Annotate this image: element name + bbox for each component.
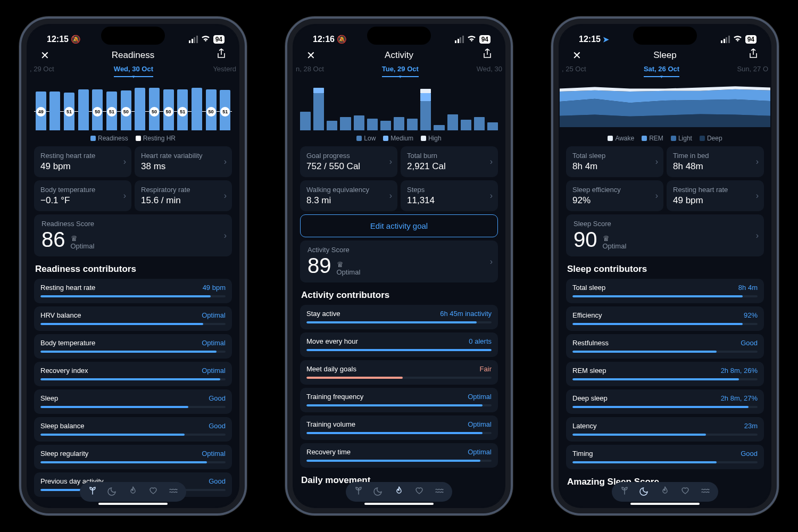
date-selector[interactable]: , 25 Oct Sat, 26 Oct Sun, 27 O <box>560 64 770 80</box>
cellular-icon <box>721 36 730 43</box>
date-prev[interactable]: n, 28 Oct <box>294 65 326 77</box>
close-button[interactable]: ✕ <box>570 49 583 62</box>
contributor-row[interactable]: Sleep Good <box>34 389 232 414</box>
heart-icon[interactable] <box>414 485 425 498</box>
date-selector[interactable]: n, 28 Oct Tue, 29 Oct Wed, 30 <box>294 64 504 80</box>
metric-tile[interactable]: Goal progress 752 / 550 Cal › <box>300 146 397 177</box>
date-selector[interactable]: , 29 Oct Wed, 30 Oct Yesterd <box>28 64 238 80</box>
heart-icon[interactable] <box>680 485 691 498</box>
bottom-tab-bar[interactable] <box>346 482 452 502</box>
contributor-row[interactable]: Sleep regularity Optimal <box>34 445 232 469</box>
contributor-row[interactable]: HRV balance Optimal <box>34 306 232 331</box>
hour-bar <box>434 125 444 130</box>
score-card[interactable]: Activity Score 89 ♕ Optimal › <box>300 240 498 282</box>
share-button[interactable] <box>747 48 760 62</box>
metric-value: 38 ms <box>141 161 226 172</box>
date-next[interactable]: Yesterd <box>211 65 238 77</box>
date-prev[interactable]: , 29 Oct <box>28 65 56 77</box>
location-icon: ➤ <box>603 35 609 44</box>
home-indicator[interactable] <box>364 503 434 505</box>
contributor-value: Optimal <box>202 367 226 375</box>
progress-bar <box>40 378 226 380</box>
contributor-row[interactable]: Latency 23m <box>566 417 764 442</box>
sprout-icon[interactable] <box>619 485 630 498</box>
metric-tile[interactable]: Resting heart rate 49 bpm › <box>34 146 131 177</box>
legend-item: Medium <box>383 135 413 142</box>
contributor-row[interactable]: Training volume Optimal <box>300 415 498 440</box>
contributor-row[interactable]: Recovery time Optimal <box>300 443 498 468</box>
metric-tile[interactable]: Resting heart rate 49 bpm › <box>667 180 764 211</box>
contributor-row[interactable]: Efficiency 92% <box>566 306 764 331</box>
score-card[interactable]: Sleep Score 90 ♕ Optimal › <box>566 214 764 256</box>
resting-hr-dot: 51 <box>220 107 230 117</box>
progress-bar <box>306 349 492 351</box>
contributor-row[interactable]: Meet daily goals Fair <box>300 360 498 385</box>
readiness-chart: 49515051505050515051 <box>28 84 238 130</box>
sprout-icon[interactable] <box>87 485 98 498</box>
moon-icon[interactable] <box>107 485 118 498</box>
wifi-icon <box>201 35 210 44</box>
moon-icon[interactable] <box>639 485 650 498</box>
content-scroll[interactable]: 49515051505050515051 ReadinessResting HR… <box>28 80 238 507</box>
score-card[interactable]: Readiness Score 86 ♕ Optimal › <box>34 214 232 256</box>
chevron-right-icon: › <box>224 157 227 167</box>
page-title: Activity <box>385 50 413 61</box>
close-button[interactable]: ✕ <box>304 49 317 62</box>
contributor-name: Body temperature <box>40 339 95 347</box>
contributor-row[interactable]: Move every hour 0 alerts <box>300 332 498 357</box>
date-prev[interactable]: , 25 Oct <box>560 65 588 77</box>
bottom-tab-bar[interactable] <box>80 482 186 502</box>
waves-icon[interactable] <box>434 485 445 498</box>
contributor-row[interactable]: Body temperature Optimal <box>34 334 232 359</box>
bottom-tab-bar[interactable] <box>612 482 718 502</box>
flame-icon[interactable] <box>128 485 138 498</box>
close-button[interactable]: ✕ <box>38 49 51 62</box>
progress-bar <box>306 404 492 406</box>
metric-tile[interactable]: Total sleep 8h 4m › <box>566 146 663 177</box>
contributor-row[interactable]: Deep sleep 2h 8m, 27% <box>566 389 764 414</box>
wifi-icon <box>467 35 476 44</box>
metric-tile[interactable]: Walking equivalency 8.3 mi › <box>300 180 397 211</box>
home-indicator[interactable] <box>630 503 700 505</box>
waves-icon[interactable] <box>700 485 711 498</box>
metric-tile[interactable]: Sleep efficiency 92% › <box>566 180 663 211</box>
metric-tile[interactable]: Steps 11,314 › <box>401 180 498 211</box>
waves-icon[interactable] <box>168 485 179 498</box>
flame-icon[interactable] <box>660 485 670 498</box>
metric-tile[interactable]: Total burn 2,921 Cal › <box>401 146 498 177</box>
contributor-name: Move every hour <box>306 337 358 345</box>
home-indicator[interactable] <box>98 503 168 505</box>
content-scroll[interactable]: AwakeREMLightDeep Total sleep 8h 4m › Ti… <box>560 80 770 507</box>
sprout-icon[interactable] <box>353 485 364 498</box>
contributor-row[interactable]: Recovery index Optimal <box>34 362 232 386</box>
contributor-row[interactable]: Training frequency Optimal <box>300 388 498 412</box>
contributor-row[interactable]: Stay active 6h 45m inactivity <box>300 305 498 329</box>
metric-tile[interactable]: Body temperature −0.1 °F › <box>34 180 131 211</box>
legend-item: Awake <box>608 135 634 142</box>
resting-hr-dot: 51 <box>64 107 74 117</box>
contributor-row[interactable]: Resting heart rate 49 bpm <box>34 279 232 303</box>
contributor-row[interactable]: Restfulness Good <box>566 334 764 359</box>
contributor-row[interactable]: REM sleep 2h 8m, 26% <box>566 362 764 386</box>
date-selected[interactable]: Sat, 26 Oct <box>644 65 679 77</box>
share-button[interactable] <box>481 48 494 62</box>
date-next[interactable]: Sun, 27 O <box>735 65 770 77</box>
chart-legend: LowMediumHigh <box>300 132 498 146</box>
flame-icon[interactable] <box>394 485 404 498</box>
contributor-row[interactable]: Sleep balance Good <box>34 417 232 442</box>
moon-icon[interactable] <box>373 485 384 498</box>
edit-activity-goal-button[interactable]: Edit activity goal <box>300 214 498 237</box>
contributor-row[interactable]: Timing Good <box>566 445 764 469</box>
metric-tile[interactable]: Respiratory rate 15.6 / min › <box>135 180 232 211</box>
date-next[interactable]: Wed, 30 <box>475 65 504 77</box>
contributor-row[interactable]: Total sleep 8h 4m <box>566 279 764 303</box>
date-selected[interactable]: Tue, 29 Oct <box>382 65 419 77</box>
content-scroll[interactable]: LowMediumHigh Goal progress 752 / 550 Ca… <box>294 80 504 507</box>
share-button[interactable] <box>215 48 228 62</box>
metric-tile[interactable]: Heart rate variability 38 ms › <box>135 146 232 177</box>
metric-label: Total sleep <box>572 152 657 160</box>
heart-icon[interactable] <box>148 485 159 498</box>
date-selected[interactable]: Wed, 30 Oct <box>114 65 153 77</box>
metric-tile[interactable]: Time in bed 8h 48m › <box>667 146 764 177</box>
metric-label: Total burn <box>407 152 492 160</box>
